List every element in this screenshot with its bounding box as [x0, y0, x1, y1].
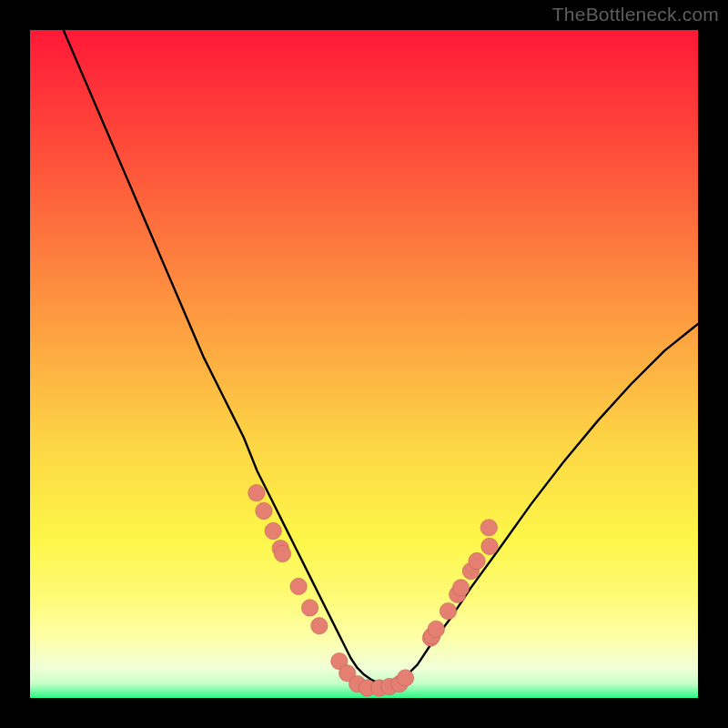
- curve-marker: [301, 600, 318, 616]
- curve-marker: [248, 484, 265, 500]
- curve-marker: [481, 538, 498, 554]
- curve-marker: [480, 520, 497, 536]
- curve-marker: [290, 578, 307, 594]
- gradient-background: [30, 30, 698, 698]
- curve-marker: [469, 552, 485, 569]
- chart-svg: [30, 30, 698, 698]
- chart-plot-area: [30, 30, 698, 698]
- curve-marker: [440, 602, 456, 619]
- chart-frame: TheBottleneck.com: [0, 0, 728, 728]
- curve-marker: [452, 580, 469, 596]
- curve-marker: [397, 670, 413, 686]
- curve-marker: [265, 522, 281, 539]
- curve-marker: [428, 621, 444, 637]
- curve-marker: [274, 545, 290, 561]
- curve-marker: [256, 502, 272, 519]
- watermark-text: TheBottleneck.com: [552, 4, 719, 25]
- curve-marker: [311, 618, 328, 634]
